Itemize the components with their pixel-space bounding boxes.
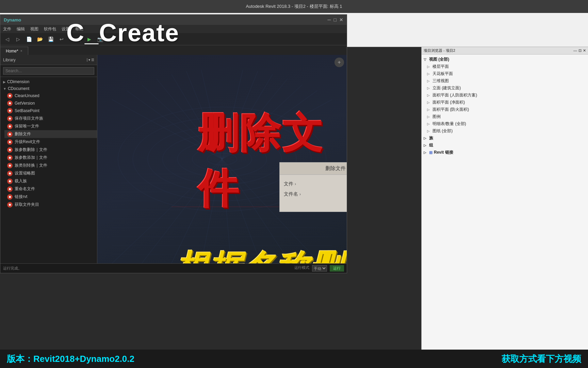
list-item[interactable]: 重命名文件 — [4, 185, 97, 193]
pb-item-3d[interactable]: ▷ 三维视图 — [422, 77, 588, 85]
node-popup[interactable]: 删除文件 文件 › 文件名 › 运行提示 — [279, 162, 347, 212]
menu-file[interactable]: 文件 — [3, 26, 11, 32]
run-status: 运行完成。 — [3, 266, 22, 270]
library-search — [0, 65, 97, 77]
list-item[interactable]: 保留唯一文件 — [4, 122, 97, 130]
floor-arrow-icon: ▷ — [427, 65, 431, 68]
pb-item-groups[interactable]: ▷ 组 — [422, 142, 588, 149]
schedule-label: 明细表/数量 (全部) — [432, 121, 466, 127]
node-input-filename[interactable]: 文件名 › — [282, 189, 333, 199]
pb-item-views[interactable]: ▽ 视图 (全部) — [422, 56, 588, 63]
item-icon — [7, 179, 13, 184]
cdocument-label: CDocument — [8, 86, 29, 91]
item-icon — [7, 186, 13, 192]
views-label: 视图 (全部) — [429, 57, 449, 62]
svg-line-1 — [127, 91, 222, 159]
run-button[interactable]: 运行 — [330, 265, 344, 272]
pb-item-ceiling[interactable]: ▷ 天花板平面 — [422, 70, 588, 77]
toolbar-new[interactable]: 📄 — [25, 35, 33, 43]
pb-item-revitlinks[interactable]: ▷ ⊞ Revit 链接 — [422, 149, 588, 156]
cdocument-arrow-icon: ▼ — [3, 87, 6, 91]
elev-label: 立面 (建筑立面) — [432, 85, 461, 91]
pb-float-icon[interactable]: ⊡ — [578, 48, 582, 53]
item-label: 设置缩略图 — [15, 170, 35, 176]
canvas-area[interactable]: 删除文件 根据名称删除文件 然后这里就是通过文件名去删除的 删除文件 文件 › … — [97, 55, 347, 263]
pb-title: 项目浏览器 - 项目2 — [424, 48, 455, 53]
item-label: GetVersion — [15, 101, 35, 106]
item-label: SetBasePoint — [15, 108, 39, 113]
tab-bar: Home* × — [0, 45, 347, 55]
tree-group-cdimension-header[interactable]: ▶ CDimension — [0, 78, 97, 85]
list-item[interactable]: 保存项目文件族 — [4, 114, 97, 122]
revit-titlebar: Autodesk Revit 2018.3 - 项目2 - 楼层平面: 标高 1 — [0, 0, 588, 13]
search-input[interactable] — [3, 67, 94, 75]
svg-line-16 — [172, 159, 222, 263]
pb-item-area2[interactable]: ▷ 面积平面 (净面积) — [422, 99, 588, 106]
toolbar-open[interactable]: 📂 — [36, 35, 44, 43]
acquisition-text: 获取方式看下方视频 — [502, 353, 581, 365]
menu-packages[interactable]: 软件包 — [44, 26, 56, 32]
pb-item-area1[interactable]: ▷ 面积平面 (人防面积方案) — [422, 92, 588, 99]
list-item-delete-file[interactable]: 删除文件 — [4, 130, 97, 138]
pb-minimize-icon[interactable]: — — [573, 48, 577, 53]
dynamo-statusbar: 运行完成。 运行模式 手动 自动 运行 — [0, 263, 347, 273]
list-item[interactable]: 链接rvt — [4, 193, 97, 201]
pb-item-floor-plan[interactable]: ▷ 楼层平面 — [422, 63, 588, 70]
svg-line-10 — [222, 79, 288, 159]
item-label: 保留唯一文件 — [15, 123, 39, 129]
item-icon — [7, 194, 13, 200]
3d-label: 三维视图 — [432, 78, 449, 84]
pb-item-sheets[interactable]: ▷ 图纸 (全部) — [422, 127, 588, 135]
item-label: 族参数添加｜文件 — [15, 155, 47, 160]
list-item[interactable]: 设置缩略图 — [4, 169, 97, 177]
list-item[interactable]: 族类别转换｜文件 — [4, 162, 97, 169]
list-item[interactable]: 族参数添加｜文件 — [4, 154, 97, 162]
item-icon — [7, 155, 13, 160]
dynamo-body: Library | ▾ ☰ ▶ CDimension ▼ — [0, 55, 347, 263]
node-output-hint[interactable]: 运行提示 — [338, 179, 347, 189]
pb-item-schedule[interactable]: ▷ 明细表/数量 (全部) — [422, 120, 588, 127]
toolbar-forward[interactable]: ▷ — [14, 35, 22, 43]
area1-arrow-icon: ▷ — [427, 93, 431, 97]
pb-item-area3[interactable]: ▷ 面积平面 (防火面积) — [422, 106, 588, 113]
item-label: 族类别转换｜文件 — [15, 163, 47, 168]
item-icon — [7, 124, 13, 129]
pb-close-icon[interactable]: ✕ — [583, 48, 586, 53]
maximize-button[interactable]: □ — [334, 17, 337, 22]
svg-line-8 — [222, 91, 317, 159]
sheets-arrow-icon: ▷ — [427, 129, 431, 133]
tab-close-button[interactable]: × — [20, 49, 22, 53]
toolbar-undo[interactable]: ↩ — [58, 35, 66, 43]
svg-line-15 — [142, 159, 222, 263]
tree-group-cdocument-header[interactable]: ▼ CDocument — [0, 85, 97, 92]
menu-edit[interactable]: 编辑 — [17, 26, 25, 32]
list-item[interactable]: SetBasePoint — [4, 107, 97, 114]
item-icon — [7, 101, 13, 106]
toolbar-save[interactable]: 💾 — [47, 35, 55, 43]
list-item[interactable]: 载入族 — [4, 177, 97, 185]
pb-item-family[interactable]: ▷ 族 — [422, 135, 588, 142]
floor-label: 楼层平面 — [432, 64, 449, 70]
node-inputs: 文件 › 文件名 › — [280, 178, 336, 201]
menu-view[interactable]: 视图 — [30, 26, 38, 32]
item-label: 族参数删除｜文件 — [15, 147, 47, 153]
revit-title: Autodesk Revit 2018.3 - 项目2 - 楼层平面: 标高 1 — [246, 3, 342, 10]
list-item[interactable]: 升级Revit文件 — [4, 138, 97, 146]
node-input-file[interactable]: 文件 › — [282, 179, 333, 189]
list-item[interactable]: GetVersion — [4, 99, 97, 107]
list-item[interactable]: 获取文件夹目 — [4, 201, 97, 209]
item-label: 载入族 — [15, 178, 27, 184]
toolbar-back[interactable]: ◁ — [3, 35, 11, 43]
close-button[interactable]: ✕ — [339, 17, 343, 22]
library-panel: Library | ▾ ☰ ▶ CDimension ▼ — [0, 55, 97, 263]
list-item[interactable]: CleanUnused — [4, 92, 97, 99]
pb-item-legend[interactable]: ▷ 图例 — [422, 113, 588, 120]
minimize-button[interactable]: ─ — [328, 17, 331, 22]
list-item[interactable]: 族参数删除｜文件 — [4, 146, 97, 154]
zoom-button[interactable]: + — [334, 58, 344, 67]
window-controls: ─ □ ✕ — [328, 17, 343, 22]
tab-home[interactable]: Home* × — [0, 47, 28, 55]
run-mode-select[interactable]: 手动 自动 — [312, 265, 327, 272]
pb-item-elevation[interactable]: ▷ 立面 (建筑立面) — [422, 85, 588, 92]
status-text: 运行完成。 — [3, 266, 290, 271]
